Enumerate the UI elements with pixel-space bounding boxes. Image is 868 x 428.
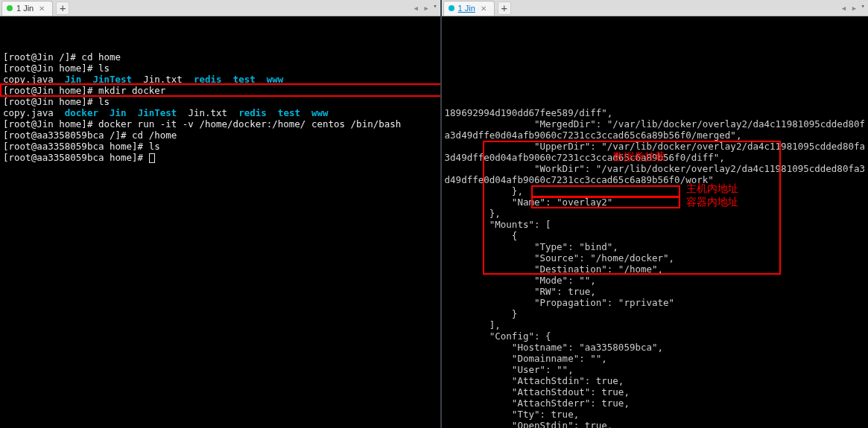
right-tab-1jin[interactable]: 1 Jin ✕ (443, 1, 495, 16)
add-tab-button[interactable]: + (498, 1, 511, 15)
nav-menu-icon[interactable]: ▾ (433, 2, 437, 14)
terminal-line: }, (445, 208, 865, 219)
terminal-line: [root@aa3358059bca home]# ls (3, 141, 437, 152)
terminal-line: "Mounts": [ (445, 219, 865, 230)
nav-arrows: ◀ ▶ ▾ (839, 2, 865, 14)
terminal-line: "Destination": "/home", (445, 263, 865, 275)
nav-right-icon[interactable]: ▶ (421, 2, 431, 14)
close-icon[interactable]: ✕ (39, 4, 45, 13)
tab-title: 1 Jin (16, 4, 34, 13)
right-terminal-pane: 1 Jin ✕ + ◀ ▶ ▾ 189692994d190dd67fee589/… (442, 0, 868, 428)
left-tab-1jin[interactable]: 1 Jin ✕ (1, 1, 53, 16)
terminal-line: } (445, 308, 865, 319)
terminal-line: "Type": "bind", (445, 241, 865, 252)
terminal-line: [root@aa3358059bca home]# (3, 152, 437, 163)
nav-arrows: ◀ ▶ ▾ (411, 2, 437, 14)
terminal-line: d49dffe0d04afb9060c7231cc3ccad65c6a89b56… (445, 174, 865, 185)
terminal-line: 3d49dffe0d04afb9060c7231cc3ccad65c6a89b5… (445, 152, 865, 163)
terminal-line: 189692994d190dd67fee589/diff", (445, 107, 865, 118)
terminal-line: copy.java docker Jin JinTest Jin.txt red… (3, 107, 437, 118)
left-tabbar: 1 Jin ✕ + ◀ ▶ ▾ (0, 0, 440, 16)
terminal-line: "WorkDir": "/var/lib/docker/overlay2/da4… (445, 163, 865, 174)
terminal-line: "RW": true, (445, 286, 865, 297)
terminal-line: "Propagation": "rprivate" (445, 297, 865, 308)
terminal-line: "Tty": true, (445, 409, 865, 420)
terminal-line: }, (445, 185, 865, 197)
status-dot-icon (7, 5, 13, 11)
status-dot-icon (449, 5, 454, 11)
terminal-line: [root@Jin home]# ls (3, 96, 437, 107)
terminal-line: "AttachStdout": true, (445, 386, 865, 397)
terminal-line: "OpenStdin": true, (445, 420, 865, 428)
terminal-line: "UpperDir": "/var/lib/docker/overlay2/da… (445, 141, 865, 152)
terminal-line: "Source": "/home/docker", (445, 252, 865, 263)
terminal-line: "Config": { (445, 330, 865, 342)
left-terminal-pane: 1 Jin ✕ + ◀ ▶ ▾ [root@Jin /]# cd home[ro… (0, 0, 442, 428)
add-tab-button[interactable]: + (56, 1, 69, 15)
terminal-line: "User": "", (445, 364, 865, 375)
terminal-line: copy.java Jin JinTest Jin.txt redis test… (3, 74, 437, 85)
close-icon[interactable]: ✕ (481, 4, 487, 13)
terminal-line: [root@Jin /]# cd home (3, 51, 437, 63)
nav-menu-icon[interactable]: ▾ (861, 2, 865, 14)
right-terminal[interactable]: 189692994d190dd67fee589/diff", "MergedDi… (442, 16, 868, 428)
left-terminal[interactable]: [root@Jin /]# cd home[root@Jin home]# ls… (0, 16, 440, 428)
nav-left-icon[interactable]: ◀ (839, 2, 849, 14)
terminal-line: "Name": "overlay2" (445, 197, 865, 208)
terminal-line: [root@Jin home]# docker run -it -v /home… (3, 118, 437, 130)
terminal-line: "MergedDir": "/var/lib/docker/overlay2/d… (445, 118, 865, 130)
terminal-line: "Domainname": "", (445, 353, 865, 364)
terminal-line: [root@Jin home]# mkdir docker (3, 85, 437, 96)
right-tabbar: 1 Jin ✕ + ◀ ▶ ▾ (442, 0, 868, 16)
cursor (149, 153, 155, 163)
terminal-line: "AttachStdin": true, (445, 375, 865, 386)
terminal-line: [root@aa3358059bca /]# cd /home (3, 130, 437, 141)
terminal-line: { (445, 230, 865, 241)
nav-right-icon[interactable]: ▶ (849, 2, 860, 14)
terminal-line: "AttachStderr": true, (445, 397, 865, 409)
tab-title: 1 Jin (458, 4, 475, 13)
terminal-line: "Mode": "", (445, 275, 865, 286)
terminal-line: [root@Jin home]# ls (3, 63, 437, 74)
nav-left-icon[interactable]: ◀ (411, 2, 421, 14)
terminal-line: ], (445, 319, 865, 330)
terminal-line: a3d49dffe0d04afb9060c7231cc3ccad65c6a89b… (445, 130, 865, 141)
terminal-line: "Hostname": "aa3358059bca", (445, 342, 865, 353)
